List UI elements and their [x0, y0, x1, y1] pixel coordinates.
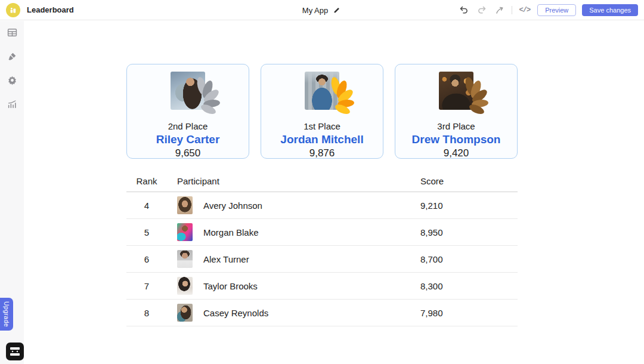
participant-avatar — [177, 277, 193, 295]
rank-cell: 6 — [126, 254, 167, 264]
rank-cell: 4 — [126, 200, 167, 211]
table-row[interactable]: 6 Alex Turner 8,700 — [126, 246, 518, 273]
redo-icon[interactable] — [476, 4, 488, 16]
upgrade-button[interactable]: Upgrade — [0, 298, 13, 331]
participant-name: Casey Reynolds — [203, 308, 268, 318]
participant-avatar — [177, 304, 193, 322]
sidebar-item-analytics-chart-icon[interactable] — [6, 98, 18, 110]
place-label: 3rd Place — [395, 121, 517, 131]
participant-score: 9,876 — [261, 147, 383, 159]
edit-app-name-icon[interactable] — [332, 5, 342, 15]
silver-laurel-icon — [193, 75, 220, 115]
table-row[interactable]: 7 Taylor Brooks 8,300 — [126, 273, 518, 300]
podium-cards: 2nd Place Riley Carter 9,650 1st Place J… — [126, 64, 518, 159]
column-header-rank: Rank — [126, 176, 167, 186]
participant-score: 9,420 — [395, 147, 517, 159]
builder-brand-logo[interactable] — [6, 343, 24, 360]
toolbar-divider — [512, 6, 512, 14]
participant-name: Avery Johnson — [203, 200, 262, 211]
score-cell: 9,210 — [420, 200, 518, 211]
leaderboard-table[interactable]: Rank Participant Score 4 Avery Johnson 9… — [126, 170, 518, 326]
place-label: 1st Place — [261, 121, 383, 131]
participant-name: Morgan Blake — [203, 227, 259, 237]
top-bar: Leaderboard My App — [0, 0, 644, 20]
score-cell: 8,700 — [420, 254, 518, 264]
participant-score: 9,650 — [127, 147, 249, 159]
participant-name: Jordan Mitchell — [261, 133, 383, 146]
app-name: My App — [302, 6, 328, 15]
table-row[interactable]: 5 Morgan Blake 8,950 — [126, 219, 518, 246]
participant-name: Alex Turner — [203, 254, 249, 264]
participant-avatar — [177, 196, 193, 214]
score-cell: 8,950 — [420, 227, 518, 237]
app-root: Leaderboard My App — [0, 0, 644, 364]
score-cell: 7,980 — [420, 308, 518, 318]
rank-cell: 5 — [126, 227, 167, 237]
place-label: 2nd Place — [127, 121, 249, 131]
leaderboard-app-icon[interactable] — [6, 3, 20, 17]
sidebar-item-design-paintbrush-icon[interactable] — [6, 50, 18, 62]
page-title: Leaderboard — [27, 5, 74, 14]
table-row[interactable]: 4 Avery Johnson 9,210 — [126, 192, 518, 219]
preview-button[interactable]: Preview — [537, 4, 576, 16]
table-header-row: Rank Participant Score — [126, 170, 518, 192]
participant-avatar — [177, 250, 193, 268]
table-row[interactable]: 8 Casey Reynolds 7,980 — [126, 300, 518, 326]
participant-name: Drew Thompson — [395, 133, 517, 146]
code-icon[interactable]: </> — [518, 5, 532, 16]
participant-name: Taylor Brooks — [203, 281, 258, 291]
podium-card-second-place[interactable]: 2nd Place Riley Carter 9,650 — [126, 64, 249, 159]
sidebar-item-settings-gear-icon[interactable] — [6, 74, 18, 86]
rank-cell: 7 — [126, 281, 167, 291]
publish-icon[interactable] — [494, 4, 506, 16]
participant-avatar — [177, 223, 193, 241]
participant-name: Riley Carter — [127, 133, 249, 146]
column-header-participant: Participant — [167, 176, 420, 186]
podium-card-third-place[interactable]: 3rd Place Drew Thompson 9,420 — [395, 64, 518, 159]
undo-icon[interactable] — [458, 4, 470, 16]
gold-laurel-icon — [327, 75, 354, 115]
bronze-laurel-icon — [461, 75, 488, 115]
score-cell: 8,300 — [420, 281, 518, 291]
sidebar-item-pages-table-icon[interactable] — [6, 26, 18, 38]
rank-cell: 8 — [126, 308, 167, 318]
column-header-score: Score — [420, 176, 518, 186]
save-changes-button[interactable]: Save changes — [582, 4, 638, 16]
podium-card-first-place[interactable]: 1st Place Jordan Mitchell 9,876 — [261, 64, 383, 159]
